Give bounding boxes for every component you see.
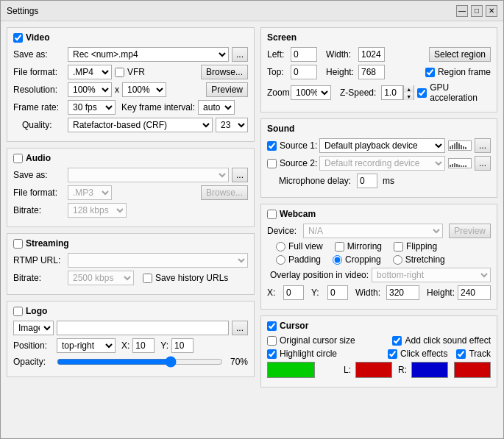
- cursor-options-row2: Highlight circle Click effects Track: [267, 349, 491, 359]
- logo-type-select[interactable]: Image: [13, 321, 54, 335]
- audio-file-format-select[interactable]: .MP3: [68, 185, 112, 200]
- save-as-ellipsis-button[interactable]: ...: [232, 47, 248, 62]
- logo-checkbox[interactable]: [13, 307, 23, 316]
- zspeed-down-button[interactable]: ▼: [403, 93, 414, 100]
- sound-title: Sound: [267, 124, 491, 134]
- browse-button[interactable]: Browse...: [201, 65, 248, 79]
- r-label: R:: [398, 365, 407, 375]
- audio-save-as-ellipsis[interactable]: ...: [232, 168, 248, 182]
- webcam-checkbox[interactable]: [267, 210, 277, 219]
- left-label: Left:: [267, 49, 288, 60]
- audio-bitrate-select[interactable]: 128 kbps: [68, 203, 127, 218]
- width-input[interactable]: [358, 47, 385, 62]
- source1-select[interactable]: Default playback device: [319, 138, 445, 153]
- streaming-section: Streaming RTMP URL: Bitrate: 2500 kbps S…: [7, 233, 255, 295]
- file-format-select[interactable]: .MP4: [68, 65, 112, 79]
- webcam-device-select[interactable]: N/A: [303, 224, 443, 238]
- streaming-bitrate-select[interactable]: 2500 kbps: [68, 271, 134, 285]
- res-y-select[interactable]: 100%: [122, 82, 166, 97]
- mirroring-checkbox[interactable]: [335, 242, 344, 251]
- video-section: Video Save as: Rec <num>.mp4 ... File fo…: [7, 27, 255, 142]
- save-as-select[interactable]: Rec <num>.mp4: [68, 47, 229, 62]
- opacity-value: 70%: [226, 357, 248, 367]
- rtmp-select[interactable]: [68, 253, 248, 268]
- sound-label: Sound: [267, 124, 294, 134]
- logo-type-row: Image ...: [13, 321, 248, 335]
- gpu-checkbox[interactable]: [417, 88, 427, 98]
- webcam-device-label: Device:: [267, 226, 300, 236]
- maximize-button[interactable]: □: [471, 5, 483, 17]
- webcam-device-row: Device: N/A Preview: [267, 224, 491, 238]
- logo-position-label: Position:: [13, 340, 54, 351]
- height-input[interactable]: [358, 65, 385, 79]
- webcam-height-label: Height:: [427, 288, 455, 298]
- opacity-slider[interactable]: [57, 356, 223, 368]
- vfr-checkbox[interactable]: [115, 68, 124, 77]
- add-click-sound-checkbox[interactable]: [392, 336, 402, 346]
- region-frame-checkbox[interactable]: [425, 68, 435, 77]
- cursor-checkbox[interactable]: [267, 321, 277, 331]
- logo-y-input[interactable]: [171, 338, 194, 353]
- zspeed-up-button[interactable]: ▲: [403, 85, 414, 93]
- webcam-x-label: X:: [267, 288, 280, 298]
- select-region-button[interactable]: Select region: [429, 47, 491, 62]
- logo-path-input[interactable]: [57, 321, 229, 335]
- source1-ellipsis-button[interactable]: ...: [475, 138, 491, 153]
- zoom-select[interactable]: 100%: [291, 85, 331, 100]
- minimize-button[interactable]: —: [456, 5, 468, 17]
- streaming-title: Streaming: [13, 238, 248, 249]
- full-view-radio[interactable]: [276, 242, 285, 251]
- cropping-radio[interactable]: [333, 255, 342, 265]
- l-color-box[interactable]: [355, 362, 392, 378]
- quality-select[interactable]: Ratefactor-based (CRF): [68, 118, 213, 132]
- full-view-label: Full view: [288, 241, 323, 251]
- track-checkbox[interactable]: [456, 349, 466, 359]
- overlay-select[interactable]: bottom-right: [372, 268, 491, 282]
- audio-save-as-select[interactable]: [68, 168, 229, 182]
- extra-color-box[interactable]: [454, 362, 491, 378]
- res-x-select[interactable]: 100%: [68, 82, 112, 97]
- stretching-radio[interactable]: [393, 255, 402, 265]
- click-effects-checkbox[interactable]: [388, 349, 397, 359]
- file-format-row: File format: .MP4 VFR Browse...: [13, 65, 248, 79]
- screen-left-width-row: Left: Width: Select region: [267, 47, 491, 62]
- quality-num-select[interactable]: 23: [216, 118, 248, 132]
- highlight-circle-label: Highlight circle: [280, 349, 337, 359]
- zspeed-input[interactable]: [382, 86, 402, 99]
- webcam-y-input[interactable]: [327, 285, 348, 300]
- preview-button[interactable]: Preview: [206, 82, 248, 97]
- logo-x-input[interactable]: [132, 338, 155, 353]
- webcam-height-input[interactable]: [458, 285, 491, 300]
- source1-row: Source 1: Default playback device: [267, 138, 491, 153]
- window-controls: — □ ✕: [456, 5, 497, 17]
- logo-position-select[interactable]: top-right: [57, 338, 116, 353]
- key-frame-select[interactable]: auto: [198, 100, 235, 115]
- highlight-color-box[interactable]: [267, 362, 315, 378]
- logo-opacity-label: Opacity:: [13, 357, 54, 367]
- save-history-checkbox[interactable]: [143, 274, 152, 283]
- mic-delay-input[interactable]: [357, 174, 377, 188]
- source1-checkbox[interactable]: [267, 141, 277, 151]
- cursor-options-row1: Original cursor size Add click sound eff…: [267, 335, 491, 346]
- highlight-circle-checkbox[interactable]: [267, 349, 277, 359]
- source2-checkbox[interactable]: [267, 159, 277, 168]
- top-input[interactable]: [291, 65, 317, 79]
- webcam-width-input[interactable]: [386, 285, 419, 300]
- audio-browse-button[interactable]: Browse...: [201, 185, 248, 200]
- webcam-options-row2: Padding Cropping Stretching: [276, 254, 491, 265]
- original-size-checkbox[interactable]: [267, 336, 277, 346]
- logo-ellipsis-button[interactable]: ...: [232, 321, 248, 335]
- source2-ellipsis-button[interactable]: ...: [475, 156, 491, 171]
- streaming-checkbox[interactable]: [13, 239, 23, 249]
- close-button[interactable]: ✕: [486, 5, 497, 17]
- video-checkbox[interactable]: [13, 33, 23, 43]
- webcam-preview-button[interactable]: Preview: [449, 224, 491, 238]
- flipping-checkbox[interactable]: [394, 242, 403, 251]
- padding-radio[interactable]: [276, 255, 285, 265]
- source2-select[interactable]: Default recording device: [319, 156, 445, 171]
- r-color-box[interactable]: [411, 362, 448, 378]
- frame-rate-select[interactable]: 30 fps: [68, 100, 116, 115]
- left-input[interactable]: [291, 47, 317, 62]
- audio-checkbox[interactable]: [13, 154, 23, 163]
- webcam-x-input[interactable]: [283, 285, 304, 300]
